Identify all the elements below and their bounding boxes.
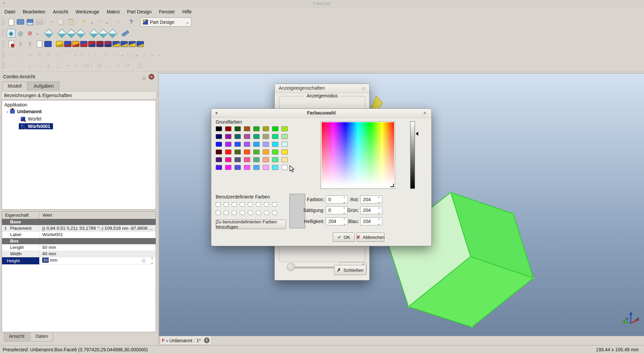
constraint-coincident-icon[interactable]: ∙ [7, 61, 15, 70]
measure-distance-icon[interactable] [121, 29, 130, 38]
basic-color-swatch[interactable] [216, 134, 222, 139]
basic-color-swatch[interactable] [225, 134, 231, 139]
cut-icon[interactable]: ✂ [48, 18, 57, 27]
menu-hilfe[interactable]: Hilfe [178, 7, 195, 16]
property-name[interactable]: Label [2, 232, 40, 238]
boolean-icon[interactable] [104, 41, 112, 47]
view-rear-icon[interactable] [89, 29, 98, 38]
tree-item-document[interactable]: ∨ Unbenannt [2, 108, 156, 115]
basic-color-swatch[interactable] [234, 134, 241, 139]
basic-color-swatch[interactable] [216, 126, 222, 131]
tab-modell[interactable]: Modell [2, 82, 27, 91]
redo-icon[interactable]: ↷ [95, 18, 104, 27]
display-dialog-titlebar[interactable]: Anzeigeeigenschaften ◇ [275, 84, 369, 93]
constraint-equal-icon[interactable]: = [72, 61, 81, 70]
custom-color-swatch[interactable] [240, 202, 245, 207]
basic-color-swatch[interactable] [272, 126, 278, 131]
view-isometric-icon[interactable] [44, 29, 53, 38]
column-eigenschaft[interactable]: Eigenschaft [2, 212, 40, 219]
sketcher-polyline-dropdown-icon[interactable]: ⌄ [119, 50, 124, 59]
sketcher-conic-icon[interactable]: △ [140, 50, 149, 59]
spin-arrows-icon[interactable]: ⌃⌄ [377, 218, 380, 225]
toggle-construction-icon[interactable]: ⊡ [136, 61, 145, 70]
basic-color-swatch[interactable] [263, 142, 269, 147]
draw-style-icon[interactable]: ⊘ [25, 29, 34, 38]
redo-dropdown-icon[interactable]: ⌄ [104, 18, 109, 27]
sketcher-arc-icon[interactable]: ( [54, 50, 62, 59]
copy-icon[interactable] [57, 18, 66, 27]
value-slider-arrow-icon[interactable] [416, 132, 418, 136]
property-row-placement[interactable]: ❯Placement[(-0,84 0,51 0,21); 53,1789 °;… [2, 225, 156, 232]
basic-color-swatch[interactable] [244, 126, 250, 131]
basic-color-swatch[interactable] [263, 134, 269, 139]
basic-color-swatch[interactable] [272, 142, 278, 147]
toolbar-grip[interactable] [2, 62, 4, 69]
tab-aufgaben[interactable]: Aufgaben [28, 82, 59, 91]
basic-color-swatch[interactable] [244, 165, 250, 170]
hole-icon[interactable] [96, 41, 104, 47]
whats-this-icon[interactable]: ? [127, 18, 136, 27]
basic-color-swatch[interactable] [263, 165, 269, 170]
revolution-icon[interactable] [64, 41, 71, 47]
basic-color-swatch[interactable] [281, 142, 288, 147]
basic-color-swatch[interactable] [272, 134, 278, 139]
sketcher-arc-dropdown-icon[interactable]: ⌄ [72, 50, 77, 59]
toolbar-grip[interactable] [2, 30, 4, 37]
basic-color-swatch[interactable] [234, 126, 241, 131]
fillet-icon[interactable] [112, 41, 120, 47]
custom-color-swatch[interactable] [232, 211, 237, 215]
constraint-parallel-icon[interactable]: ∥ [44, 61, 53, 70]
fit-all-icon[interactable]: ◉ [7, 29, 15, 38]
basic-color-swatch[interactable] [263, 126, 269, 131]
property-row-width[interactable]: Width40 mm [2, 251, 156, 257]
sketcher-point-icon[interactable]: ∘ [91, 50, 100, 59]
view-right-icon[interactable] [76, 29, 85, 38]
property-value[interactable]: Würfel001 [40, 232, 156, 238]
tab-ansicht[interactable]: Ansicht [4, 332, 30, 342]
basic-color-swatch[interactable] [272, 157, 278, 162]
fit-selection-icon[interactable]: ◎ [16, 29, 25, 38]
basic-color-swatch[interactable] [281, 157, 288, 162]
constraint-horizontal-icon[interactable]: — [35, 61, 44, 70]
property-name[interactable]: Height [2, 257, 40, 264]
basic-color-swatch[interactable] [234, 142, 241, 147]
document-tab[interactable]: F Unbenannt : 1* ✕ [160, 336, 212, 345]
add-custom-color-button[interactable]: Zu benutzerdefinierten Farben hinzufügen [216, 220, 286, 229]
dock-float-icon[interactable]: ◇ [143, 74, 146, 83]
basic-color-swatch[interactable] [253, 142, 260, 147]
tab-daten[interactable]: Daten [31, 332, 53, 342]
paste-icon[interactable] [67, 18, 75, 27]
constraint-distance-x-icon[interactable]: ↔ [104, 61, 113, 70]
transparency-slider[interactable] [289, 267, 337, 268]
additive-pipe-icon[interactable] [80, 41, 88, 47]
constraint-perpendicular-icon[interactable]: ⊥ [54, 61, 62, 70]
basic-color-swatch[interactable] [225, 149, 231, 154]
basic-color-swatch[interactable] [225, 126, 231, 131]
pocket-icon[interactable] [88, 41, 96, 47]
open-document-icon[interactable] [16, 18, 25, 27]
basic-color-swatch[interactable] [216, 165, 222, 170]
cancel-button[interactable]: ✘ Abbrechen [357, 232, 384, 242]
undo-icon[interactable]: ↶ [80, 18, 89, 27]
basic-color-swatch[interactable] [281, 149, 288, 154]
custom-color-swatch[interactable] [272, 211, 277, 215]
sketcher-conic-dropdown-icon[interactable]: ⌄ [150, 50, 155, 59]
draft-icon[interactable] [128, 41, 136, 47]
sketcher-delete-icon[interactable]: ✗ [44, 50, 53, 59]
color-dialog-titlebar[interactable]: ▾ Farbauswahl ✕ [211, 109, 431, 118]
sketcher-grid-icon[interactable]: ∷ [7, 50, 15, 59]
basic-color-swatch[interactable] [234, 157, 241, 162]
basic-color-swatch[interactable] [234, 149, 241, 154]
sketcher-arc-3pt-icon[interactable]: ⌒ [63, 50, 72, 59]
view-left-icon[interactable] [108, 29, 117, 38]
thickness-icon[interactable] [137, 41, 144, 47]
spin-arrows-icon[interactable]: ⌃⌄ [377, 207, 380, 214]
custom-color-swatch[interactable] [256, 211, 261, 215]
blue-spinbox[interactable]: 204 ⌃⌄ [360, 217, 382, 225]
tab-close-icon[interactable]: ✕ [204, 338, 210, 343]
print-icon[interactable] [35, 18, 44, 27]
expander-icon[interactable]: ∨ [5, 110, 10, 114]
menu-werkzeuge[interactable]: Werkzeuge [72, 7, 103, 16]
basic-color-swatch[interactable] [216, 142, 222, 147]
property-value[interactable]: [(-0,84 0,51 0,21); 53,1789 °; (-109,516… [40, 225, 156, 231]
